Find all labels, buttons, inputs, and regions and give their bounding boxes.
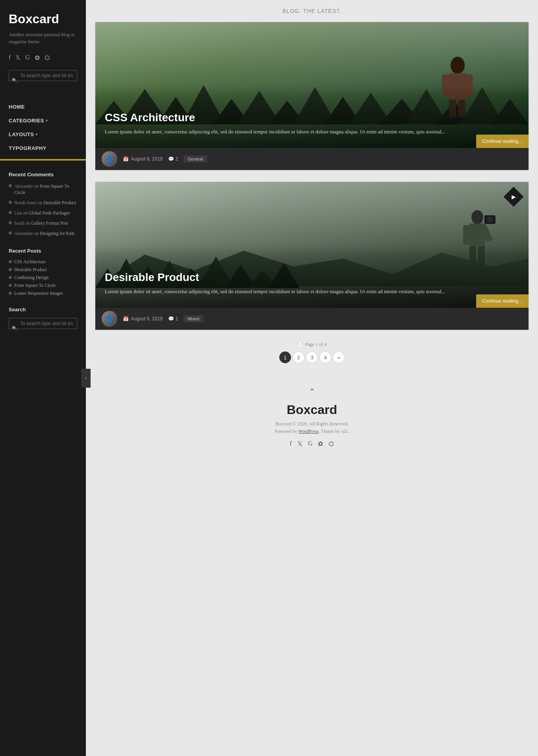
recent-posts-title: Recent Posts [9,248,77,254]
comment-dot-icon [9,221,12,224]
post-footer-1: 👤 📅 August 8, 2019 💬 2 General [95,148,529,170]
twitter-icon[interactable]: 𝕏 [15,54,20,61]
post-card-1: CSS Architecture Lorem ipsum dolor sit a… [95,22,529,170]
nav-menu: HOME CATEGORIES ▾ LAYOUTS ▾ TYPOGRAPHY [9,100,77,155]
footer: ⌃ Boxcard Boxcard © 2020. All Rights Res… [95,379,529,459]
page-btn-2[interactable]: 2 [293,351,304,363]
comment-link[interactable]: Global Node Packages [29,211,70,215]
comment-icon-2: 💬 [168,316,174,322]
recent-post-item: CSS Architecture [9,259,77,264]
sidebar: Boxcard Another awesome personal blog or… [0,0,86,756]
continue-reading-btn-1[interactable]: Continue reading... [476,135,529,148]
blog-label-bold: BLOG. [282,8,301,14]
comment-author: Alexander [14,184,33,189]
recent-post-item: Desirable Product [9,267,77,272]
post-text-overlay-2: Desirable Product Lorem ipsum dolor sit … [95,263,529,308]
chevron-down-icon: ▾ [46,118,48,123]
post-title-2: Desirable Product [105,271,519,284]
github-icon[interactable]: ⌬ [45,54,50,61]
post-avatar-2: 👤 [102,311,117,327]
play-icon: ▶ [512,194,516,200]
post-avatar-1: 👤 [102,151,117,167]
svg-point-31 [471,210,483,224]
recent-post-item: Combining Design [9,275,77,280]
recent-post-link[interactable]: CSS Architecture [14,259,46,264]
calendar-icon: 📅 [123,156,129,162]
footer-title: Boxcard [103,403,521,417]
footer-facebook-icon[interactable]: f [290,440,292,447]
comment-item: Alexander on From Square To Circle [9,183,77,196]
svg-point-15 [451,57,465,74]
sidebar-search-input[interactable] [9,70,77,81]
calendar-icon-2: 📅 [123,316,129,322]
post-image-wrap-2: ▶ Desirable Product Lorem ipsum dolor si… [95,182,529,308]
site-title: Boxcard [9,12,77,26]
avatar-circle-1: 👤 [102,151,117,167]
post-card-2: ▶ Desirable Product Lorem ipsum dolor si… [95,182,529,330]
page-info: 📄 Page 1 of 4 [95,342,529,348]
post-dot-icon [9,292,12,295]
page-btn-next[interactable]: » [333,351,345,363]
bottom-search-wrap [9,318,77,338]
post-tag-2[interactable]: Mixed [184,315,203,322]
main-content: BLOG. THE LATEST. [86,0,538,756]
post-excerpt-2: Lorem ipsum dolor sit amet, consectetur … [105,288,519,296]
nav-categories[interactable]: CATEGORIES ▾ [9,114,77,128]
comment-icon: 💬 [168,156,174,162]
post-comments-1: 💬 2 [168,156,178,162]
post-tag-1[interactable]: General [184,155,207,163]
page-btn-3[interactable]: 3 [306,351,318,363]
comment-dot-icon [9,211,12,214]
page-btn-1[interactable]: 1 [279,351,291,363]
page-btn-4[interactable]: 4 [319,351,331,363]
search-section-title: Search [9,307,77,312]
post-image-wrap-1: CSS Architecture Lorem ipsum dolor sit a… [95,22,529,148]
recent-post-link[interactable]: Desirable Product [14,267,47,272]
footer-copy-2: Powered by WordPress. Theme by Alx. [103,429,521,434]
continue-reading-btn-2[interactable]: Continue reading... [476,294,529,308]
footer-github-icon[interactable]: ⌬ [328,440,334,447]
sidebar-toggle[interactable]: ‹ [81,369,91,388]
comment-dot-icon [9,184,12,187]
sidebar-search-section: Search [9,307,77,338]
social-icons-sidebar: f 𝕏 G ✿ ⌬ [9,54,77,61]
comment-link[interactable]: Gallery Format Post [31,221,68,226]
recent-post-item: From Square To Circle [9,283,77,288]
post-title-1: CSS Architecture [105,111,519,124]
sidebar-search-wrap [9,70,77,91]
comment-item: Lisa on Global Node Packages [9,210,77,216]
bottom-search-input[interactable] [9,318,77,329]
footer-twitter-icon[interactable]: 𝕏 [297,440,302,447]
facebook-icon[interactable]: f [9,54,11,61]
recent-post-link[interactable]: From Square To Circle [14,283,56,288]
page-icon: 📄 [297,342,303,348]
post-comments-2: 💬 1 [168,316,178,322]
google-icon[interactable]: G [25,54,30,61]
blog-header: BLOG. THE LATEST. [95,8,529,14]
recent-post-link[interactable]: Leaner Responsive Images [14,291,63,296]
nav-home[interactable]: HOME [9,100,77,114]
post-image-2: ▶ Desirable Product Lorem ipsum dolor si… [95,182,529,308]
comment-author: Sarah [14,221,24,226]
footer-google-icon[interactable]: G [308,440,313,447]
post-date-1: 📅 August 8, 2019 [123,156,163,162]
comment-item: Sarah on Gallery Format Post [9,220,77,226]
nav-layouts[interactable]: LAYOUTS ▾ [9,128,77,141]
comment-link[interactable]: Desirable Product [43,200,76,205]
wordpress-link[interactable]: WordPress [298,429,319,434]
recent-post-link[interactable]: Combining Design [14,275,48,280]
recent-comments-title: Recent Comments [9,172,77,177]
comment-link[interactable]: Designing for Kids [40,231,74,236]
comment-author: Norah Jones [14,200,37,205]
recent-post-item: Leaner Responsive Images [9,291,77,296]
post-excerpt-1: Lorem ipsum dolor sit amet, consectetur … [105,128,519,136]
post-footer-2: 👤 📅 August 6, 2019 💬 1 Mixed [95,308,529,330]
scroll-top-btn[interactable]: ⌃ [103,387,521,396]
comment-author: Alexander [14,231,33,236]
chevron-down-icon: ▾ [35,132,38,137]
nav-typography[interactable]: TYPOGRAPHY [9,141,77,155]
dribbble-icon[interactable]: ✿ [35,54,40,61]
post-dot-icon [9,268,12,271]
post-dot-icon [9,276,12,279]
footer-dribbble-icon[interactable]: ✿ [318,440,323,447]
